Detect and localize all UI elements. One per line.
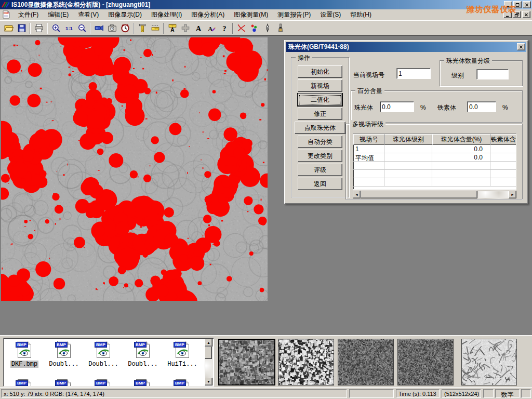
title-bar[interactable]: IS100显微摄像系统(金相分析版) - [zhuguangti01] [0, 0, 532, 9]
col-pearlite-content[interactable]: 珠光体含量(%) [432, 134, 490, 145]
file-item[interactable]: BMP HuiTi... [163, 340, 202, 368]
draw-pen-icon[interactable] [261, 22, 274, 34]
multiview-table[interactable]: 视场号 珠光体级别 珠光体含量(%) 铁素体含量(%) 1 0.0 平均值 [353, 134, 516, 190]
current-view-input[interactable] [396, 68, 431, 79]
file-name[interactable]: DKF.bmp [10, 361, 38, 368]
file-item[interactable]: BMP [5, 379, 44, 387]
ruler-icon[interactable] [149, 22, 162, 34]
grid-icon[interactable] [179, 22, 192, 34]
status-empty-1 [349, 389, 394, 398]
table-row[interactable] [353, 162, 516, 170]
table-row[interactable] [353, 170, 516, 178]
file-item[interactable]: BMP Doubl... [84, 340, 123, 368]
phase-mark-icon[interactable] [248, 22, 261, 34]
scroll-left-icon[interactable]: ◄ [353, 191, 361, 198]
menu-image-processing[interactable]: 图像处理(I) [147, 9, 187, 20]
child-restore-icon[interactable] [513, 11, 521, 18]
maximize-icon[interactable] [513, 1, 522, 8]
save-icon[interactable] [15, 22, 28, 34]
thumbnail-2[interactable] [278, 339, 334, 385]
child-minimize-icon[interactable] [503, 11, 512, 18]
new-view-button[interactable]: 新视场 [298, 79, 342, 92]
scroll-thumb[interactable] [205, 347, 212, 359]
return-button[interactable]: 返回 [298, 178, 342, 190]
caliper-icon[interactable] [136, 22, 149, 34]
timer-icon[interactable] [118, 22, 131, 34]
filelist-vscrollbar[interactable]: ▲ ▼ [205, 339, 213, 385]
status-bar: x: 510 y: 79 idx: 0 RGB: (174, 174, 174)… [0, 387, 532, 399]
annotate-icon[interactable]: A [205, 22, 218, 34]
file-item[interactable]: BMP [163, 379, 202, 387]
file-item[interactable]: BMP DKF.bmp [5, 340, 44, 368]
file-name[interactable]: HuiTi... [166, 361, 198, 368]
menu-report[interactable]: 测量报告(P) [273, 9, 315, 20]
actual-size-icon[interactable]: 1:1 [62, 22, 75, 34]
col-ferrite-content[interactable]: 铁素体含量(%) [490, 134, 516, 145]
file-item[interactable]: BMP [84, 379, 123, 387]
file-list[interactable]: BMP DKF.bmp BMP Doubl... BMP Doubl... BM… [3, 338, 214, 387]
menu-settings[interactable]: 设置(S) [315, 9, 345, 20]
text-icon[interactable]: A [192, 22, 205, 34]
table-hscrollbar[interactable]: ◄ ► [353, 191, 516, 198]
file-item[interactable]: BMP Doubl... [44, 340, 84, 368]
menu-image-display[interactable]: 图像显示(D) [103, 9, 147, 20]
print-icon[interactable] [32, 22, 45, 34]
pearlite-input[interactable] [380, 101, 414, 112]
file-name[interactable]: Doubl... [127, 361, 159, 368]
curve-measure-icon[interactable] [235, 22, 248, 34]
zoom-in-icon[interactable] [49, 22, 62, 34]
menu-help[interactable]: 帮助(H) [345, 9, 376, 20]
help-icon[interactable]: ? [218, 22, 231, 34]
scroll-right-icon[interactable]: ► [509, 191, 516, 198]
scroll-track[interactable] [361, 191, 509, 198]
metallographic-image[interactable] [1, 37, 268, 301]
change-class-button[interactable]: 更改类别 [298, 150, 342, 162]
toolbar-separator [232, 23, 233, 34]
scroll-thumb[interactable] [361, 191, 477, 198]
correct-button[interactable]: 修正 [298, 108, 342, 120]
pick-pearlite-button[interactable]: 点取珠光体 [295, 122, 345, 134]
child-close-icon[interactable] [522, 11, 530, 18]
menu-view[interactable]: 查看(V) [73, 9, 103, 20]
scroll-track[interactable] [205, 347, 213, 378]
open-file-icon[interactable] [2, 22, 15, 34]
menu-edit[interactable]: 编辑(E) [43, 9, 73, 20]
file-item[interactable]: BMP Doubl... [123, 340, 163, 368]
thumbnail-5[interactable] [461, 339, 517, 385]
col-view-number[interactable]: 视场号 [353, 134, 384, 145]
calibration-icon[interactable]: A [166, 22, 179, 34]
col-pearlite-grade[interactable]: 珠光体级别 [384, 134, 432, 145]
status-time: Time (s): 0.113 [396, 389, 440, 398]
init-button[interactable]: 初始化 [298, 65, 342, 78]
menu-file[interactable]: 文件(F) [14, 9, 43, 20]
scroll-down-icon[interactable]: ▼ [205, 378, 212, 385]
grade-group: 珠光体数量分级 级别 [440, 60, 523, 86]
dialog-title-bar[interactable]: 珠光体(GB/T9441-88) [286, 42, 526, 52]
snapshot-icon[interactable] [105, 22, 118, 34]
ferrite-input[interactable] [467, 101, 496, 112]
paint-brush-icon[interactable] [274, 22, 287, 34]
thumbnail-1[interactable] [218, 339, 275, 385]
thumbnail-4[interactable] [397, 339, 454, 385]
table-row[interactable]: 平均值 0.0 [353, 153, 516, 162]
minimize-icon[interactable] [504, 1, 512, 8]
close-icon[interactable] [523, 1, 531, 8]
auto-classify-button[interactable]: 自动分类 [298, 136, 342, 148]
menu-image-analysis[interactable]: 图像分析(A) [187, 9, 229, 20]
video-capture-icon[interactable] [92, 22, 105, 34]
file-item[interactable]: BMP [123, 379, 163, 387]
table-row[interactable]: 1 0.0 [353, 145, 516, 153]
binarize-button[interactable]: 二值化 [298, 94, 342, 106]
grade-input[interactable] [476, 69, 509, 79]
file-item[interactable]: BMP [44, 379, 84, 387]
menu-image-measure[interactable]: 图像测量(M) [229, 9, 273, 20]
rate-button[interactable]: 评级 [298, 164, 342, 176]
file-name[interactable]: Doubl... [87, 361, 119, 368]
svg-text:A: A [208, 25, 212, 33]
table-row[interactable] [353, 178, 516, 187]
dialog-close-icon[interactable] [517, 43, 525, 50]
thumbnail-3[interactable] [338, 339, 394, 385]
file-name[interactable]: Doubl... [48, 361, 80, 368]
scroll-up-icon[interactable]: ▲ [205, 339, 212, 347]
zoom-out-icon[interactable] [75, 22, 88, 34]
